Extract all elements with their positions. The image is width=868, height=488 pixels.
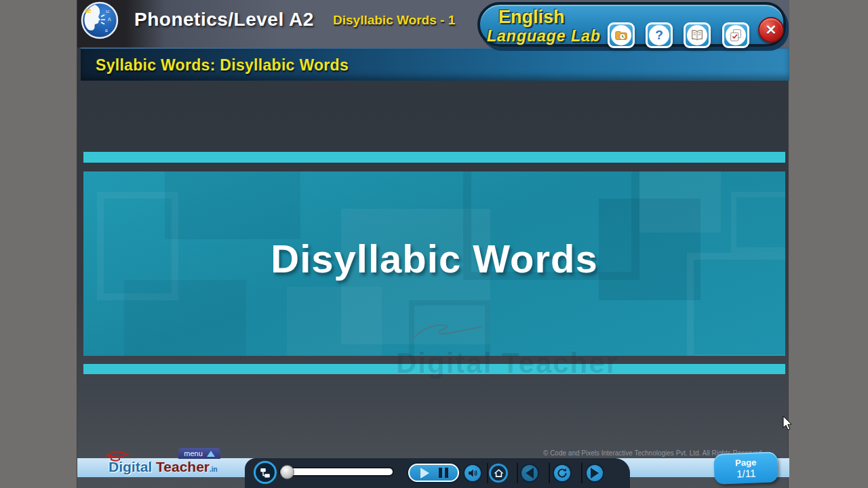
open-book-icon: [687, 25, 707, 45]
replay-icon: [556, 467, 568, 479]
play-pause-button[interactable]: [408, 464, 459, 482]
pause-icon: [439, 468, 448, 478]
replay-button[interactable]: [553, 464, 572, 483]
play-icon: [420, 468, 429, 479]
arrow-left-icon: [526, 468, 534, 479]
watermark: Digital Teacher: [396, 347, 618, 380]
deco-square: [165, 171, 300, 239]
glossary-button[interactable]: [684, 22, 711, 48]
logo-teacher: Teacher: [156, 459, 210, 474]
course-title: Phonetics/Level A2: [134, 9, 314, 30]
speaker-icon: [467, 467, 479, 479]
brand-language-lab: Language Lab: [487, 27, 601, 45]
arrow-right-icon: [591, 468, 599, 479]
app-window: æ u: ʌ ɕ Phonetics/Level A2 Disyllabic W…: [77, 0, 789, 488]
brand-english: English: [498, 7, 565, 28]
logo-tld: .in: [210, 466, 218, 473]
screen: æ u: ʌ ɕ Phonetics/Level A2 Disyllabic W…: [0, 0, 868, 488]
volume-button[interactable]: [463, 464, 482, 483]
phonetics-logo-icon: æ u: ʌ ɕ: [81, 1, 119, 39]
logo-symbol-u: u:: [106, 8, 111, 14]
logo-digital: Digital: [108, 459, 152, 474]
divider: [581, 463, 583, 483]
close-icon: ✕: [766, 22, 777, 38]
player-panel: [245, 458, 630, 488]
folder-clock-icon: [611, 25, 631, 45]
chevron-up-icon: [207, 451, 215, 457]
divider-bar-top: [83, 152, 785, 163]
topic-bar: Syllabic Words: Disyllabic Words: [81, 47, 789, 81]
seek-bar[interactable]: [279, 467, 394, 476]
question-mark-icon: ?: [655, 28, 663, 43]
logo-symbol-c: ɕ: [105, 27, 108, 33]
menu-tree-button[interactable]: [254, 461, 277, 484]
divider: [549, 463, 550, 483]
topic-title: Syllabic Words: Disyllabic Words: [96, 56, 349, 75]
lesson-title: Disyllabic Words - 1: [333, 13, 455, 28]
back-button[interactable]: [520, 464, 539, 483]
sitemap-icon: [259, 466, 271, 479]
home-icon: [493, 468, 505, 479]
page-value: 1/11: [736, 467, 756, 479]
mouse-cursor: [783, 415, 794, 434]
deco-squiggle: [411, 317, 492, 347]
deco-square: [639, 171, 721, 232]
resources-button[interactable]: [608, 22, 635, 48]
deco-square: [124, 280, 246, 356]
seek-knob[interactable]: [280, 465, 294, 479]
home-button[interactable]: [489, 464, 508, 483]
menu-label: menu: [184, 449, 203, 458]
logo-symbol-v: ʌ: [108, 16, 111, 22]
page-label: Page: [735, 457, 757, 468]
close-button[interactable]: ✕: [758, 17, 784, 43]
divider: [517, 463, 518, 483]
slide-title: Disyllabic Words: [83, 236, 785, 281]
divider: [487, 463, 488, 483]
logo-symbol-ae: æ: [85, 6, 92, 14]
page-indicator: Page 1/11: [713, 451, 778, 484]
notes-button[interactable]: [722, 22, 749, 48]
deco-square: [287, 287, 382, 356]
menu-button[interactable]: menu: [178, 448, 220, 459]
notes-pages-icon: [726, 25, 746, 45]
help-button[interactable]: ?: [646, 22, 673, 48]
next-button[interactable]: [585, 464, 604, 483]
